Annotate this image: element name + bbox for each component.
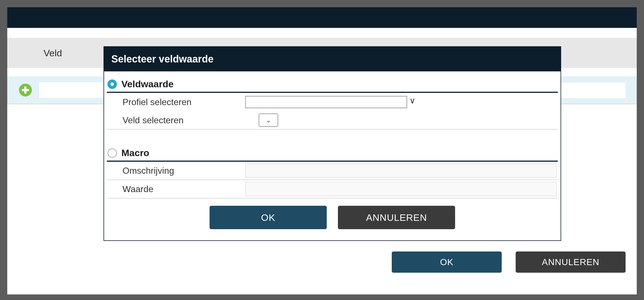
section-macro-header[interactable]: Macro [107, 146, 558, 162]
description-input[interactable] [245, 163, 557, 178]
profile-combobox[interactable] [245, 96, 407, 108]
chevron-down-icon: ⌄ [266, 116, 271, 124]
section-veldwaarde-header[interactable]: Veldwaarde [107, 78, 558, 93]
field-select[interactable]: ⌄ [259, 113, 278, 127]
add-icon[interactable] [19, 84, 32, 96]
value-input[interactable] [245, 182, 557, 196]
select-field-value-modal: Selecteer veldwaarde Veldwaarde Profiel … [104, 46, 561, 241]
outer-cancel-button[interactable]: ANNULEREN [516, 251, 626, 273]
outer-button-bar: OK ANNULEREN [7, 251, 637, 273]
radio-macro[interactable] [107, 148, 117, 158]
modal-button-bar: OK ANNULEREN [107, 206, 558, 229]
outer-ok-button[interactable]: OK [392, 251, 502, 273]
chevron-down-icon[interactable]: ∨ [409, 96, 415, 105]
value-row: Waarde [107, 180, 558, 199]
modal-title: Selecteer veldwaarde [104, 47, 561, 71]
section-macro-label: Macro [121, 147, 149, 158]
section-veldwaarde-label: Veldwaarde [121, 79, 174, 89]
row-value-input[interactable] [556, 83, 626, 98]
profile-row: Profiel selecteren ∨ [107, 93, 558, 111]
radio-veldwaarde[interactable] [107, 79, 117, 89]
profile-label: Profiel selecteren [122, 97, 245, 107]
modal-ok-button[interactable]: OK [210, 206, 327, 229]
description-label: Omschrijving [122, 166, 245, 176]
column-header-veld: Veld [44, 48, 62, 59]
modal-cancel-button[interactable]: ANNULEREN [338, 206, 455, 229]
row-field-input[interactable] [39, 82, 109, 98]
value-label: Waarde [122, 184, 245, 194]
description-row: Omschrijving [107, 162, 558, 180]
modal-body: Veldwaarde Profiel selecteren ∨ Veld sel… [104, 71, 561, 240]
field-row: Veld selecteren ⌄ [107, 111, 558, 130]
field-label: Veld selecteren [122, 115, 245, 125]
